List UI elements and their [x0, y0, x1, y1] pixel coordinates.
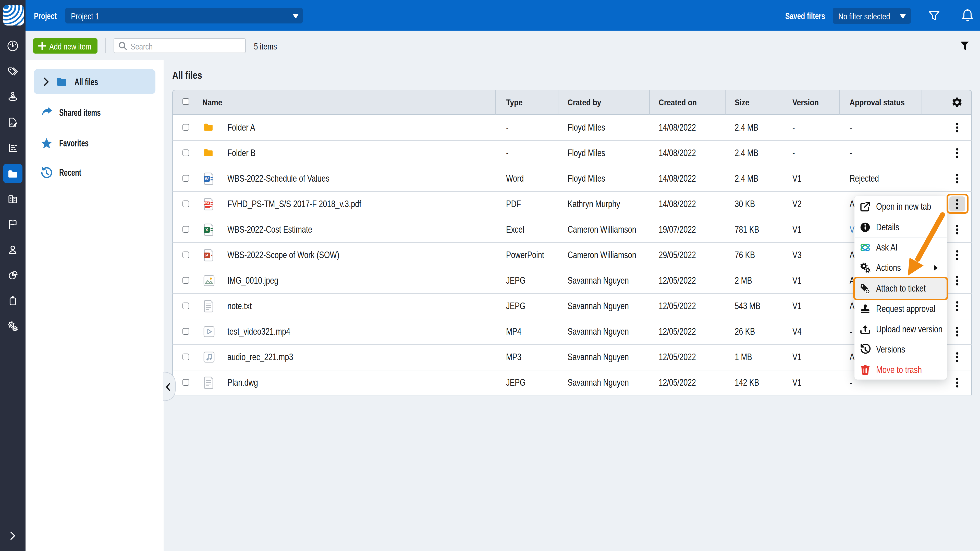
svg-text:X: X	[205, 228, 208, 232]
svg-text:W: W	[205, 177, 209, 181]
svg-text:P: P	[205, 253, 208, 258]
svg-text:PDF: PDF	[204, 202, 209, 205]
